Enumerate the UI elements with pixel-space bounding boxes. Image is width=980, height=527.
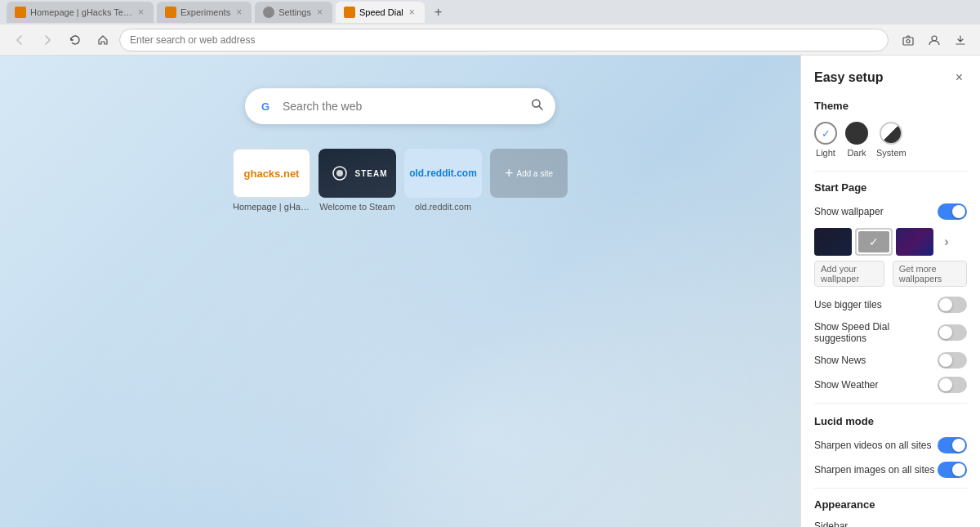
sharpen-images-label: Sharpen images on all sites <box>814 464 938 476</box>
forward-button[interactable] <box>36 29 59 51</box>
address-bar <box>119 29 889 51</box>
wallpaper-thumb-2[interactable] <box>855 228 893 256</box>
wallpaper-thumb-1[interactable] <box>814 228 852 256</box>
theme-circle-system <box>880 122 902 145</box>
speed-dial-thumb-add: + Add a site <box>490 149 568 198</box>
sharpen-videos-label: Sharpen videos on all sites <box>814 440 938 451</box>
back-button[interactable] <box>8 29 31 51</box>
svg-line-4 <box>539 106 542 109</box>
speed-dial-container: ghacks.net Homepage | gHack... STEAM Wel… <box>233 149 568 212</box>
speed-dial-suggestions-row: Show Speed Dial suggestions <box>814 321 967 344</box>
divider-2 <box>814 403 967 404</box>
show-weather-toggle[interactable] <box>938 377 967 393</box>
search-input[interactable] <box>283 100 523 113</box>
sharpen-images-toggle[interactable] <box>938 462 967 478</box>
speed-dial-suggestions-label: Show Speed Dial suggestions <box>814 321 938 344</box>
svg-rect-0 <box>903 38 913 45</box>
start-page-section-title: Start Page <box>814 181 967 194</box>
theme-label-system: System <box>876 148 906 158</box>
wave-background <box>0 56 800 527</box>
speed-dial-suggestions-toggle[interactable] <box>938 324 967 341</box>
wallpaper-thumb-3[interactable] <box>896 228 933 256</box>
tab-favicon-speed-dial <box>344 7 355 18</box>
tab-close-ghacks[interactable]: × <box>136 5 145 20</box>
theme-option-dark[interactable]: Dark <box>845 122 868 158</box>
show-wallpaper-label: Show wallpaper <box>814 206 938 217</box>
steam-logo: STEAM <box>327 165 388 181</box>
speed-dial-label-reddit: old.reddit.com <box>404 202 482 212</box>
show-weather-label: Show Weather <box>814 379 938 391</box>
add-wallpaper-link[interactable]: Add your wallpaper <box>814 261 884 287</box>
bigger-tiles-row: Use bigger tiles <box>814 297 967 313</box>
speed-dial-tile-reddit[interactable]: old.reddit.com old.reddit.com <box>404 149 482 212</box>
toggle-knob <box>939 298 952 311</box>
show-weather-row: Show Weather <box>814 377 967 393</box>
speed-dial-tile-steam[interactable]: STEAM Welcome to Steam <box>318 149 396 212</box>
toggle-knob <box>952 463 965 476</box>
tab-close-settings[interactable]: × <box>315 5 324 20</box>
tab-favicon-ghacks <box>15 7 26 18</box>
tab-label-speed-dial: Speed Dial <box>359 7 403 17</box>
speed-dial-tile-add[interactable]: + Add a site <box>490 149 568 212</box>
toggle-knob <box>952 205 965 218</box>
home-button[interactable] <box>91 29 114 51</box>
tab-close-speed-dial[interactable]: × <box>408 5 416 20</box>
divider-3 <box>814 488 967 489</box>
theme-option-light[interactable]: ✓ Light <box>814 122 837 158</box>
reddit-logo-text: old.reddit.com <box>409 167 477 179</box>
theme-check-light: ✓ <box>822 127 831 140</box>
get-more-wallpapers-link[interactable]: Get more wallpapers <box>893 261 967 287</box>
sharpen-videos-toggle[interactable] <box>938 437 967 453</box>
lucid-mode-section-title: Lucid mode <box>814 415 967 427</box>
svg-point-1 <box>906 39 910 42</box>
show-wallpaper-toggle[interactable] <box>938 203 967 220</box>
tab-experiments[interactable]: Experiments × <box>157 2 252 23</box>
ghacks-logo-text: ghacks.net <box>244 167 300 180</box>
wallpaper-more-button[interactable]: › <box>937 228 956 256</box>
sharpen-images-row: Sharpen images on all sites <box>814 462 967 478</box>
panel-header: Easy setup × <box>814 69 967 87</box>
tab-favicon-experiments <box>165 7 176 18</box>
add-site-label-inline: Add a site <box>517 169 553 178</box>
show-news-label: Show News <box>814 355 938 366</box>
appearance-section-title: Appearance <box>814 498 967 511</box>
sharpen-videos-row: Sharpen videos on all sites <box>814 437 967 453</box>
speed-dial-thumb-reddit: old.reddit.com <box>404 149 482 198</box>
bigger-tiles-label: Use bigger tiles <box>814 299 938 310</box>
speed-dial-tile-ghacks[interactable]: ghacks.net Homepage | gHack... <box>233 149 310 212</box>
bigger-tiles-toggle[interactable] <box>938 297 967 313</box>
tab-speed-dial[interactable]: Speed Dial × <box>336 2 425 23</box>
svg-point-2 <box>932 36 937 41</box>
easy-setup-panel: Easy setup × Theme ✓ Light Dark System S… <box>800 56 980 527</box>
show-news-row: Show News <box>814 352 967 368</box>
reload-button[interactable] <box>64 29 87 51</box>
search-bar[interactable]: G <box>245 88 555 124</box>
theme-circle-dark <box>845 122 868 145</box>
theme-options: ✓ Light Dark System <box>814 122 967 158</box>
show-news-toggle[interactable] <box>938 352 967 368</box>
content-area: G ghacks.net Homepage | gHack... <box>0 56 980 527</box>
theme-section-title: Theme <box>814 100 967 112</box>
profile-icon[interactable] <box>923 29 946 51</box>
tab-favicon-settings <box>263 7 274 18</box>
theme-circle-light: ✓ <box>814 122 837 145</box>
steam-logo-label: STEAM <box>355 169 388 178</box>
download-icon[interactable] <box>949 29 972 51</box>
sidebar-section-label: Sidebar <box>814 520 967 527</box>
divider-1 <box>814 171 967 172</box>
camera-icon[interactable] <box>897 29 920 51</box>
theme-option-system[interactable]: System <box>876 122 906 158</box>
panel-close-button[interactable]: × <box>951 69 967 87</box>
new-tab-button[interactable]: + <box>428 2 449 23</box>
search-submit-icon[interactable] <box>531 98 544 114</box>
tab-close-experiments[interactable]: × <box>234 5 243 20</box>
wallpaper-links: Add your wallpaper Get more wallpapers <box>814 261 967 287</box>
speed-dial-label-add <box>490 202 568 212</box>
toolbar <box>0 25 980 56</box>
add-site-plus-icon: + <box>505 165 514 182</box>
google-g-letter: G <box>261 100 270 113</box>
tab-ghacks[interactable]: Homepage | gHacks Tech... × <box>7 2 154 23</box>
tab-settings[interactable]: Settings × <box>255 2 332 23</box>
svg-point-6 <box>336 170 343 176</box>
address-input[interactable] <box>130 34 878 46</box>
